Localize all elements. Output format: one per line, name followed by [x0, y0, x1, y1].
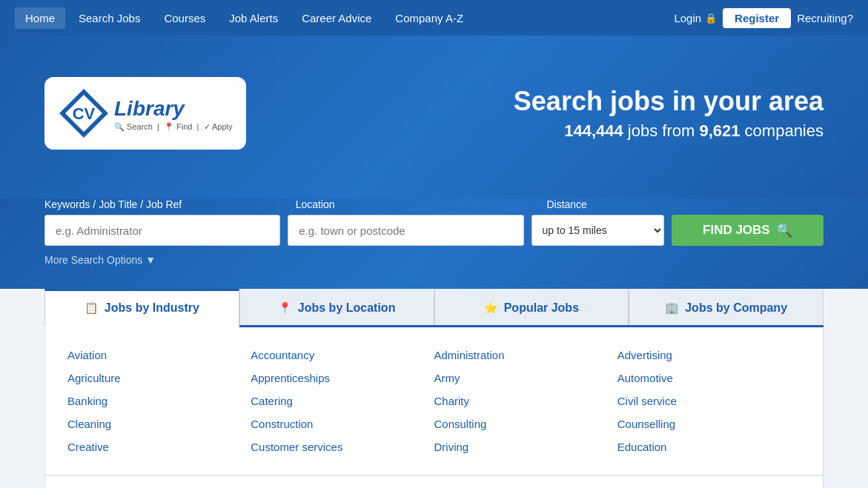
logo-library-text: Library: [114, 98, 233, 121]
hero-right: Search jobs in your area 144,444 jobs fr…: [514, 86, 824, 141]
login-label: Login: [674, 12, 701, 24]
tab-popular[interactable]: ⭐ Popular Jobs: [434, 289, 629, 325]
location-input[interactable]: [288, 215, 523, 246]
industry-link-civil-service[interactable]: Civil service: [617, 391, 801, 411]
industry-link-accountancy[interactable]: Accountancy: [251, 345, 434, 365]
star-icon: ⭐: [484, 301, 498, 315]
keywords-input[interactable]: [44, 215, 280, 246]
hero-title: Search jobs in your area: [514, 86, 824, 117]
view-more-section: View more industries ▼: [44, 475, 824, 488]
industry-grid: Aviation Accountancy Administration Adve…: [67, 345, 801, 457]
search-section: Keywords / Job Title / Job Ref Location …: [0, 198, 868, 289]
location-label: Location: [296, 198, 540, 210]
location-icon: 📍: [278, 301, 292, 315]
industry-link-army[interactable]: Army: [434, 368, 617, 388]
tabs-row: 📋 Jobs by Industry 📍 Jobs by Location ⭐ …: [44, 289, 824, 327]
industry-link-agriculture[interactable]: Agriculture: [67, 368, 251, 388]
industry-link-administration[interactable]: Administration: [434, 345, 617, 365]
industry-link-banking[interactable]: Banking: [67, 391, 251, 411]
distance-select[interactable]: up to 5 miles up to 10 miles up to 15 mi…: [531, 215, 664, 246]
logo-graphic: CV Library 🔍 Search | 📍 Find | ✓ Apply: [58, 87, 233, 142]
industry-icon: 📋: [85, 301, 99, 315]
industry-link-counselling[interactable]: Counselling: [617, 414, 801, 434]
find-jobs-button[interactable]: FIND JOBS 🔍: [672, 215, 824, 246]
tab-industry[interactable]: 📋 Jobs by Industry: [44, 289, 239, 327]
nav-right: Login 🔒 Register Recruiting?: [674, 8, 853, 28]
tab-location[interactable]: 📍 Jobs by Location: [239, 289, 434, 325]
logo-text: Library 🔍 Search | 📍 Find | ✓ Apply: [114, 98, 233, 133]
login-link[interactable]: Login 🔒: [674, 12, 717, 24]
nav-courses[interactable]: Courses: [153, 7, 216, 29]
more-search-options: More Search Options ▼: [44, 253, 824, 267]
navigation: Home Search Jobs Courses Job Alerts Care…: [0, 0, 868, 36]
recruiting-link[interactable]: Recruiting?: [797, 12, 853, 24]
nav-search-jobs[interactable]: Search Jobs: [68, 7, 150, 29]
industry-link-aviation[interactable]: Aviation: [67, 345, 251, 365]
svg-text:CV: CV: [73, 104, 96, 123]
industry-link-consulting[interactable]: Consulting: [434, 414, 617, 434]
tabs-section: 📋 Jobs by Industry 📍 Jobs by Location ⭐ …: [0, 289, 868, 488]
tab-company-label: Jobs by Company: [685, 301, 787, 315]
industry-link-charity[interactable]: Charity: [434, 391, 617, 411]
nav-career-advice[interactable]: Career Advice: [291, 7, 382, 29]
distance-label: Distance: [546, 198, 679, 210]
nav-job-alerts[interactable]: Job Alerts: [219, 7, 288, 29]
tab-content-industry: Aviation Accountancy Administration Adve…: [44, 327, 824, 475]
search-row: up to 5 miles up to 10 miles up to 15 mi…: [44, 215, 824, 246]
industry-link-advertising[interactable]: Advertising: [617, 345, 801, 365]
industry-link-cleaning[interactable]: Cleaning: [67, 414, 251, 434]
more-options-link[interactable]: More Search Options ▼: [44, 254, 156, 266]
nav-links: Home Search Jobs Courses Job Alerts Care…: [15, 7, 674, 29]
tab-popular-label: Popular Jobs: [504, 301, 579, 315]
industry-link-construction[interactable]: Construction: [251, 414, 434, 434]
lock-icon: 🔒: [705, 13, 717, 24]
tab-company[interactable]: 🏢 Jobs by Company: [629, 289, 824, 325]
register-button[interactable]: Register: [723, 8, 791, 28]
tab-industry-label: Jobs by Industry: [105, 301, 199, 315]
nav-company-az[interactable]: Company A-Z: [385, 7, 474, 29]
industry-link-customer-services[interactable]: Customer services: [251, 437, 434, 457]
industry-link-education[interactable]: Education: [617, 437, 801, 457]
industry-link-catering[interactable]: Catering: [251, 391, 434, 411]
jobs-count: 144,444: [564, 121, 623, 140]
company-icon: 🏢: [665, 301, 679, 315]
search-labels: Keywords / Job Title / Job Ref Location …: [44, 198, 824, 210]
hero-subtitle: 144,444 jobs from 9,621 companies: [514, 121, 824, 141]
industry-link-driving[interactable]: Driving: [434, 437, 617, 457]
hero-section: CV Library 🔍 Search | 📍 Find | ✓ Apply S…: [0, 36, 868, 198]
tab-location-label: Jobs by Location: [298, 301, 396, 315]
logo-library-italic: Library: [114, 97, 185, 120]
companies-count: 9,621: [699, 121, 740, 140]
industry-link-creative[interactable]: Creative: [67, 437, 251, 457]
logo-box: CV Library 🔍 Search | 📍 Find | ✓ Apply: [44, 77, 246, 150]
logo-area: CV Library 🔍 Search | 📍 Find | ✓ Apply: [44, 77, 246, 150]
find-jobs-label: FIND JOBS: [703, 223, 770, 238]
logo-tagline: 🔍 Search | 📍 Find | ✓ Apply: [114, 122, 233, 132]
nav-home[interactable]: Home: [15, 7, 65, 29]
keywords-label: Keywords / Job Title / Job Ref: [44, 198, 288, 210]
industry-link-automotive[interactable]: Automotive: [617, 368, 801, 388]
logo-diamond-svg: CV: [58, 87, 110, 139]
industry-link-apprenticeships[interactable]: Apprenticeships: [251, 368, 434, 388]
search-icon: 🔍: [776, 222, 792, 238]
